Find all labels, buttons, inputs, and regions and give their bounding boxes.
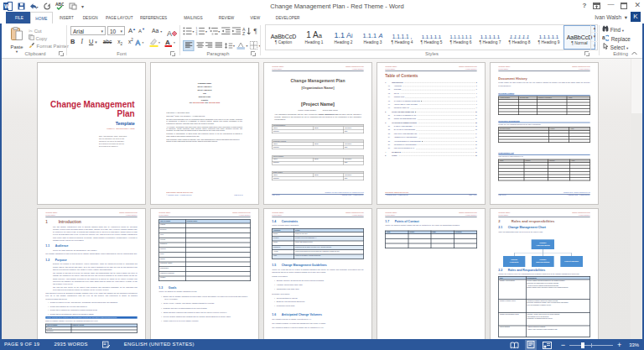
svg-text:▾: ▾ [143,41,144,44]
svg-text:▾: ▾ [174,41,175,44]
svg-text:A: A [136,39,141,47]
svg-text:a: a [602,34,605,40]
svg-text:A: A [165,39,170,46]
svg-text:3: 3 [195,32,197,35]
svg-text:W: W [4,3,10,9]
svg-text:A: A [167,29,172,38]
svg-text:▾: ▾ [158,41,160,44]
